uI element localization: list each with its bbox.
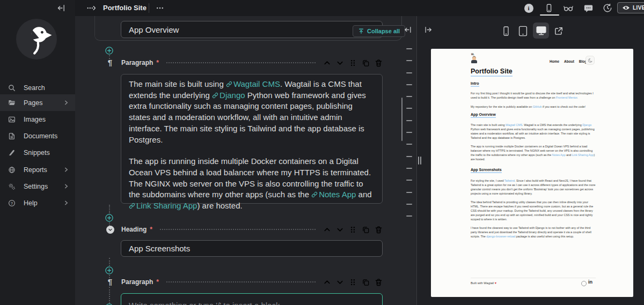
move-up-button[interactable]	[323, 59, 331, 67]
add-block-button[interactable]	[105, 214, 113, 222]
live-status-button[interactable]: LIVE	[617, 2, 644, 13]
breadcrumb-expand-button[interactable]	[85, 2, 98, 14]
gears-icon	[8, 183, 16, 190]
block-spine	[109, 287, 110, 303]
inline-link[interactable]: django-browser-reload	[486, 235, 515, 238]
sidebar-item-settings[interactable]: Settings	[0, 178, 75, 195]
sidebar-item-reports[interactable]: Reports	[0, 161, 75, 178]
inline-link[interactable]: Django	[582, 123, 591, 127]
move-down-button[interactable]	[336, 278, 344, 286]
inline-link[interactable]: Notes App	[552, 153, 566, 157]
minimap-line[interactable]	[406, 108, 412, 109]
add-block-button[interactable]	[105, 266, 113, 274]
preview-tablet-button[interactable]	[516, 24, 530, 39]
history-button[interactable]	[602, 2, 613, 14]
link-icon	[311, 191, 318, 198]
delete-button[interactable]	[375, 278, 383, 286]
inline-link[interactable]: Link Sharing App	[572, 153, 594, 157]
heading-field[interactable]	[121, 240, 383, 257]
move-down-button[interactable]	[336, 226, 344, 234]
topbar: Portfolio Site i LIVE	[0, 0, 644, 16]
sidebar-item-label: Images	[24, 116, 75, 123]
minimap-line[interactable]	[406, 60, 412, 61]
drag-handle[interactable]	[349, 278, 357, 286]
paragraph-rich-text[interactable]: The main site is built using Wagtail CMS…	[121, 74, 383, 204]
drag-handle[interactable]	[349, 59, 357, 67]
inline-link[interactable]: Link Sharing App	[129, 201, 197, 210]
paragraph-editor-focused[interactable]: Write something or type '/' to insert a …	[121, 293, 383, 305]
collapse-all-button[interactable]: Collapse all	[353, 25, 405, 37]
delete-button[interactable]	[375, 226, 383, 234]
minimap-line[interactable]	[406, 156, 412, 157]
minimap-line[interactable]	[406, 144, 412, 145]
delete-button[interactable]	[375, 59, 383, 67]
preview-mode-button[interactable]	[543, 2, 555, 14]
wagtail-logo[interactable]	[16, 19, 57, 59]
sidebar-item-documents[interactable]: Documents	[0, 128, 75, 144]
minimap-line[interactable]	[406, 120, 412, 121]
image-icon	[8, 116, 16, 123]
site-preview[interactable]: Hi, Home About Blog Portfolio Site Intro…	[431, 49, 633, 297]
linkedin-icon[interactable]: in	[588, 279, 592, 285]
panel-divider	[416, 16, 417, 305]
minimap-line[interactable]	[406, 96, 412, 97]
comments-button[interactable]	[582, 3, 594, 13]
nav-link-about[interactable]: About	[564, 59, 574, 63]
sidebar-search[interactable]: Search	[0, 79, 75, 96]
sidebar-item-snippets[interactable]: Snippets	[0, 144, 75, 161]
minimap-line[interactable]	[406, 84, 412, 85]
move-down-button[interactable]	[336, 59, 344, 67]
duplicate-button[interactable]	[362, 226, 370, 234]
minimap-line[interactable]	[406, 132, 412, 133]
inline-link[interactable]: Frontend Mentor	[556, 96, 577, 99]
collapse-sidebar-button[interactable]	[55, 2, 68, 14]
history-icon	[603, 3, 612, 13]
minimap-line[interactable]	[406, 168, 412, 169]
duplicate-button[interactable]	[362, 278, 370, 286]
minimap-line[interactable]	[406, 48, 412, 49]
sidebar-item-help[interactable]: ? Help	[0, 195, 75, 211]
external-link-icon	[554, 26, 564, 36]
preview-resize-handle[interactable]	[418, 157, 421, 165]
collapse-block-toggle[interactable]	[106, 225, 114, 234]
page-actions-menu-button[interactable]	[153, 2, 166, 14]
tablet-icon	[518, 25, 528, 37]
move-up-button[interactable]	[323, 278, 331, 286]
inline-link[interactable]: Wagtail CMS	[226, 79, 280, 88]
inline-link[interactable]: GitHub	[533, 105, 542, 108]
minimap-line[interactable]	[406, 215, 412, 217]
title-field[interactable]	[121, 21, 383, 38]
minimap-line[interactable]	[406, 180, 412, 181]
github-icon[interactable]	[581, 281, 587, 286]
info-button[interactable]: i	[524, 3, 533, 13]
preview-desktop-button[interactable]	[533, 23, 549, 39]
drag-handle[interactable]	[349, 226, 357, 234]
minimap[interactable]	[406, 48, 412, 217]
minimap-line[interactable]	[406, 72, 412, 73]
expand-preview-button[interactable]	[424, 25, 434, 34]
comment-icon	[584, 4, 593, 13]
duplicate-button[interactable]	[362, 59, 370, 67]
preview-mobile-button[interactable]	[499, 24, 513, 39]
minimap-line[interactable]	[406, 204, 412, 205]
sidebar-item-images[interactable]: Images	[0, 111, 75, 128]
dark-mode-toggle[interactable]	[586, 56, 595, 65]
inline-link[interactable]: Django	[212, 91, 245, 100]
minimap-line[interactable]	[406, 192, 412, 193]
avatar	[471, 56, 478, 64]
wagtail-bird-icon	[16, 19, 57, 59]
minimap-scroll-indicator[interactable]	[401, 98, 402, 141]
collapse-all-label: Collapse all	[367, 28, 400, 34]
accessibility-checks-button[interactable]	[562, 3, 574, 13]
collapse-minimap-button[interactable]	[404, 25, 413, 34]
add-block-button[interactable]	[105, 47, 113, 55]
link-icon	[226, 81, 232, 87]
inline-link[interactable]: Tailwind	[504, 179, 515, 182]
move-up-button[interactable]	[323, 226, 331, 234]
inline-link[interactable]: Notes App	[311, 190, 356, 199]
nav-link-home[interactable]: Home	[550, 59, 559, 63]
inline-link[interactable]: Wagtail CMS	[506, 123, 522, 127]
search-icon	[8, 84, 16, 92]
sidebar-item-pages[interactable]: Pages	[0, 94, 75, 111]
open-preview-new-window-button[interactable]	[552, 24, 566, 39]
